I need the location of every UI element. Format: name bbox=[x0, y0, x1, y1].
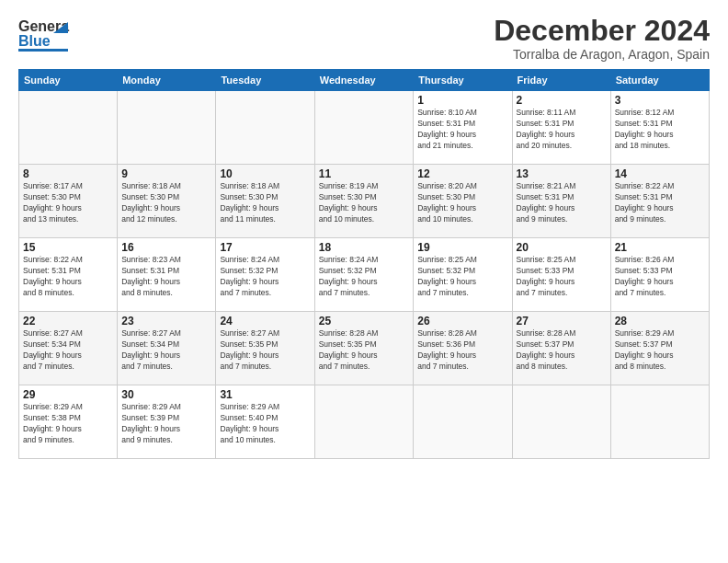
day-number: 10 bbox=[220, 167, 310, 180]
logo-icon: General Blue bbox=[18, 15, 70, 59]
calendar-cell: 11Sunrise: 8:19 AMSunset: 5:30 PMDayligh… bbox=[314, 165, 414, 238]
logo: General Blue bbox=[18, 15, 70, 59]
calendar-week-1: 1Sunrise: 8:10 AMSunset: 5:31 PMDaylight… bbox=[19, 91, 710, 165]
title-area: December 2024 Torralba de Aragon, Aragon… bbox=[494, 15, 710, 62]
day-info: Sunrise: 8:29 AMSunset: 5:39 PMDaylight:… bbox=[121, 402, 211, 446]
day-info: Sunrise: 8:25 AMSunset: 5:32 PMDaylight:… bbox=[417, 255, 507, 299]
day-info: Sunrise: 8:12 AMSunset: 5:31 PMDaylight:… bbox=[615, 108, 705, 152]
calendar-cell: 12Sunrise: 8:20 AMSunset: 5:30 PMDayligh… bbox=[414, 165, 512, 238]
day-info: Sunrise: 8:27 AMSunset: 5:34 PMDaylight:… bbox=[23, 328, 113, 373]
day-info: Sunrise: 8:19 AMSunset: 5:30 PMDaylight:… bbox=[319, 181, 410, 225]
calendar-cell: 27Sunrise: 8:28 AMSunset: 5:37 PMDayligh… bbox=[512, 312, 610, 385]
calendar-cell bbox=[414, 385, 512, 459]
day-number: 22 bbox=[23, 315, 113, 327]
calendar-cell: 26Sunrise: 8:28 AMSunset: 5:36 PMDayligh… bbox=[414, 312, 512, 385]
calendar-cell: 3Sunrise: 8:12 AMSunset: 5:31 PMDaylight… bbox=[610, 91, 709, 165]
calendar-week-4: 22Sunrise: 8:27 AMSunset: 5:34 PMDayligh… bbox=[19, 312, 710, 385]
calendar-cell: 23Sunrise: 8:27 AMSunset: 5:34 PMDayligh… bbox=[118, 312, 216, 385]
day-info: Sunrise: 8:24 AMSunset: 5:32 PMDaylight:… bbox=[319, 255, 410, 299]
header: General Blue December 2024 Torralba de A… bbox=[18, 15, 710, 62]
day-number: 31 bbox=[220, 388, 310, 401]
day-number: 3 bbox=[615, 94, 705, 107]
calendar-cell: 21Sunrise: 8:26 AMSunset: 5:33 PMDayligh… bbox=[610, 238, 709, 312]
day-info: Sunrise: 8:29 AMSunset: 5:40 PMDaylight:… bbox=[220, 402, 310, 446]
day-info: Sunrise: 8:22 AMSunset: 5:31 PMDaylight:… bbox=[23, 255, 113, 299]
day-info: Sunrise: 8:20 AMSunset: 5:30 PMDaylight:… bbox=[417, 181, 507, 225]
day-number: 19 bbox=[417, 241, 507, 254]
day-number: 2 bbox=[517, 94, 607, 107]
svg-rect-3 bbox=[18, 49, 68, 52]
day-number: 9 bbox=[121, 167, 211, 180]
day-info: Sunrise: 8:21 AMSunset: 5:31 PMDaylight:… bbox=[517, 181, 607, 225]
svg-text:Blue: Blue bbox=[18, 33, 51, 49]
day-info: Sunrise: 8:28 AMSunset: 5:37 PMDaylight:… bbox=[517, 328, 607, 373]
day-number: 16 bbox=[121, 241, 211, 254]
calendar-cell: 17Sunrise: 8:24 AMSunset: 5:32 PMDayligh… bbox=[216, 238, 314, 312]
calendar-week-2: 8Sunrise: 8:17 AMSunset: 5:30 PMDaylight… bbox=[19, 165, 710, 238]
day-number: 23 bbox=[121, 315, 211, 327]
day-info: Sunrise: 8:29 AMSunset: 5:38 PMDaylight:… bbox=[23, 402, 113, 446]
day-number: 29 bbox=[23, 388, 113, 401]
calendar-cell: 14Sunrise: 8:22 AMSunset: 5:31 PMDayligh… bbox=[610, 165, 709, 238]
day-number: 17 bbox=[220, 241, 310, 254]
day-info: Sunrise: 8:25 AMSunset: 5:33 PMDaylight:… bbox=[517, 255, 607, 299]
calendar-cell bbox=[314, 385, 414, 459]
day-number: 12 bbox=[417, 167, 507, 180]
col-saturday: Saturday bbox=[610, 70, 709, 91]
col-friday: Friday bbox=[512, 70, 610, 91]
calendar-cell: 19Sunrise: 8:25 AMSunset: 5:32 PMDayligh… bbox=[414, 238, 512, 312]
calendar-cell: 15Sunrise: 8:22 AMSunset: 5:31 PMDayligh… bbox=[19, 238, 118, 312]
col-wednesday: Wednesday bbox=[314, 70, 414, 91]
calendar-cell bbox=[19, 91, 118, 165]
calendar-header-row: Sunday Monday Tuesday Wednesday Thursday… bbox=[19, 70, 710, 91]
calendar-cell bbox=[118, 91, 216, 165]
calendar-cell: 10Sunrise: 8:18 AMSunset: 5:30 PMDayligh… bbox=[216, 165, 314, 238]
day-info: Sunrise: 8:18 AMSunset: 5:30 PMDaylight:… bbox=[220, 181, 310, 225]
calendar-cell: 24Sunrise: 8:27 AMSunset: 5:35 PMDayligh… bbox=[216, 312, 314, 385]
calendar-cell: 1Sunrise: 8:10 AMSunset: 5:31 PMDaylight… bbox=[414, 91, 512, 165]
day-number: 13 bbox=[517, 167, 607, 180]
calendar-cell bbox=[610, 385, 709, 459]
calendar-cell: 20Sunrise: 8:25 AMSunset: 5:33 PMDayligh… bbox=[512, 238, 610, 312]
day-number: 15 bbox=[23, 241, 113, 254]
calendar-cell: 18Sunrise: 8:24 AMSunset: 5:32 PMDayligh… bbox=[314, 238, 414, 312]
day-info: Sunrise: 8:22 AMSunset: 5:31 PMDaylight:… bbox=[615, 181, 705, 225]
day-number: 18 bbox=[319, 241, 410, 254]
calendar-cell: 8Sunrise: 8:17 AMSunset: 5:30 PMDaylight… bbox=[19, 165, 118, 238]
day-number: 11 bbox=[319, 167, 410, 180]
day-info: Sunrise: 8:29 AMSunset: 5:37 PMDaylight:… bbox=[615, 328, 705, 373]
col-sunday: Sunday bbox=[19, 70, 118, 91]
page: General Blue December 2024 Torralba de A… bbox=[0, 0, 728, 563]
day-number: 8 bbox=[23, 167, 113, 180]
day-number: 30 bbox=[121, 388, 211, 401]
day-info: Sunrise: 8:17 AMSunset: 5:30 PMDaylight:… bbox=[23, 181, 113, 225]
day-info: Sunrise: 8:27 AMSunset: 5:35 PMDaylight:… bbox=[220, 328, 310, 373]
day-info: Sunrise: 8:28 AMSunset: 5:35 PMDaylight:… bbox=[319, 328, 410, 373]
calendar-cell: 16Sunrise: 8:23 AMSunset: 5:31 PMDayligh… bbox=[118, 238, 216, 312]
day-number: 26 bbox=[417, 315, 507, 327]
month-title: December 2024 bbox=[494, 15, 710, 47]
calendar-cell: 29Sunrise: 8:29 AMSunset: 5:38 PMDayligh… bbox=[19, 385, 118, 459]
day-info: Sunrise: 8:24 AMSunset: 5:32 PMDaylight:… bbox=[220, 255, 310, 299]
day-number: 21 bbox=[615, 241, 705, 254]
day-info: Sunrise: 8:10 AMSunset: 5:31 PMDaylight:… bbox=[417, 108, 507, 152]
day-info: Sunrise: 8:18 AMSunset: 5:30 PMDaylight:… bbox=[121, 181, 211, 225]
calendar-cell: 2Sunrise: 8:11 AMSunset: 5:31 PMDaylight… bbox=[512, 91, 610, 165]
calendar-cell: 22Sunrise: 8:27 AMSunset: 5:34 PMDayligh… bbox=[19, 312, 118, 385]
day-number: 27 bbox=[517, 315, 607, 327]
calendar-cell: 31Sunrise: 8:29 AMSunset: 5:40 PMDayligh… bbox=[216, 385, 314, 459]
day-number: 25 bbox=[319, 315, 410, 327]
col-tuesday: Tuesday bbox=[216, 70, 314, 91]
col-monday: Monday bbox=[118, 70, 216, 91]
calendar-cell bbox=[512, 385, 610, 459]
location: Torralba de Aragon, Aragon, Spain bbox=[494, 47, 710, 62]
calendar-week-3: 15Sunrise: 8:22 AMSunset: 5:31 PMDayligh… bbox=[19, 238, 710, 312]
calendar-week-5: 29Sunrise: 8:29 AMSunset: 5:38 PMDayligh… bbox=[19, 385, 710, 459]
calendar-cell: 30Sunrise: 8:29 AMSunset: 5:39 PMDayligh… bbox=[118, 385, 216, 459]
day-number: 24 bbox=[220, 315, 310, 327]
day-info: Sunrise: 8:26 AMSunset: 5:33 PMDaylight:… bbox=[615, 255, 705, 299]
calendar-table: Sunday Monday Tuesday Wednesday Thursday… bbox=[18, 69, 710, 459]
day-number: 1 bbox=[417, 94, 507, 107]
col-thursday: Thursday bbox=[414, 70, 512, 91]
day-number: 28 bbox=[615, 315, 705, 327]
